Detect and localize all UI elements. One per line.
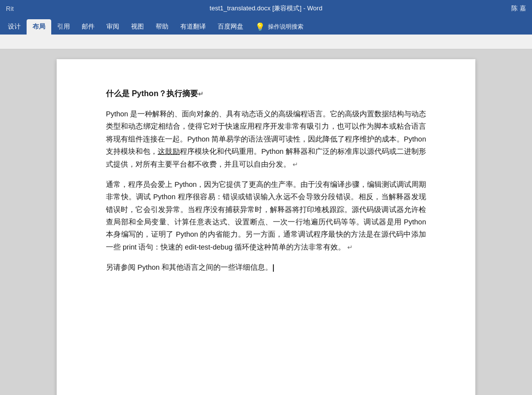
- tab-mailings[interactable]: 邮件: [76, 19, 100, 35]
- tab-design[interactable]: 设计: [2, 19, 27, 35]
- paragraph-2-text: 通常，程序员会爱上 Python，因为它提供了更高的生产率。由于没有编译步骤，编…: [106, 180, 426, 251]
- app-icon: Rit: [6, 5, 14, 12]
- ribbon-content: [0, 35, 532, 49]
- tab-translation[interactable]: 有道翻译: [174, 19, 212, 35]
- tab-view[interactable]: 视图: [125, 19, 150, 35]
- paragraph-3: 另请参阅 Python 和其他语言之间的一些详细信息。: [106, 261, 426, 274]
- text-cursor: [273, 264, 274, 272]
- window-title: test1_translated.docx [兼容模式] - Word: [210, 4, 323, 13]
- tab-help[interactable]: 帮助: [150, 19, 174, 35]
- tab-layout[interactable]: 布局: [27, 19, 51, 35]
- user-name: 陈 嘉: [511, 4, 526, 13]
- paragraph-2: 通常，程序员会爱上 Python，因为它提供了更高的生产率。由于没有编译步骤，编…: [106, 179, 426, 253]
- pilcrow-3: ↵: [345, 244, 353, 251]
- lightbulb-icon: 💡: [255, 22, 265, 32]
- document-page: 什么是 Python？执行摘要↵ Python 是一种解释的、面向对象的、具有动…: [57, 59, 475, 395]
- paragraph-3-text: 另请参阅 Python 和其他语言之间的一些详细信息。: [106, 263, 272, 271]
- search-help-label[interactable]: 操作说明搜索: [268, 23, 303, 31]
- pilcrow-1: ↵: [198, 90, 203, 98]
- tab-references[interactable]: 引用: [51, 19, 76, 35]
- document-title: 什么是 Python？执行摘要↵: [106, 89, 426, 99]
- document-area: 什么是 Python？执行摘要↵ Python 是一种解释的、面向对象的、具有动…: [0, 49, 532, 395]
- ribbon-tabs: 设计 布局 引用 邮件 审阅 视图 帮助 有道翻译 百度网盘 💡 操作说明搜索: [0, 17, 532, 35]
- tab-baidupan[interactable]: 百度网盘: [212, 19, 249, 35]
- tab-review[interactable]: 审阅: [100, 19, 125, 35]
- paragraph-1: Python 是一种解释的、面向对象的、具有动态语义的高级编程语言。它的高级内置…: [106, 108, 426, 171]
- paragraph-1-link[interactable]: 这鼓励: [158, 147, 180, 155]
- title-bar: Rit test1_translated.docx [兼容模式] - Word …: [0, 0, 532, 17]
- pilcrow-2: ↵: [291, 161, 298, 168]
